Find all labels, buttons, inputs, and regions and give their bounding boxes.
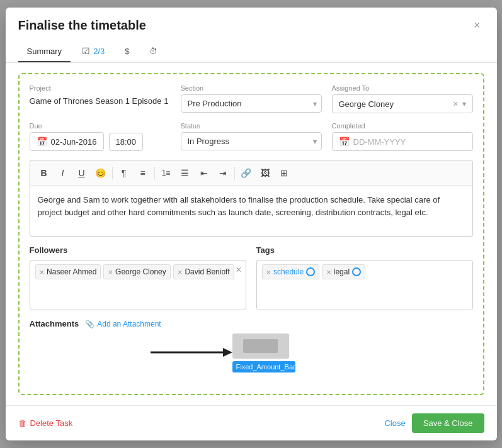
follower-remove-george[interactable]: × — [108, 267, 113, 277]
followers-field[interactable]: × Naseer Ahmed × George Cloney × × David… — [30, 260, 246, 310]
attachment-filename: Fixed_Amount_Badge.png — [232, 361, 295, 372]
attachment-thumbnail-wrapper — [232, 333, 289, 359]
completed-placeholder: DD-MM-YYYY — [353, 137, 406, 147]
toolbar-underline-btn[interactable]: U — [73, 164, 91, 182]
paperclip-icon: 📎 — [85, 320, 94, 328]
toolbar-table-btn[interactable]: ⊞ — [275, 164, 293, 182]
add-attachment-label: Add an Attachment — [97, 320, 161, 328]
form-container: Project Game of Thrones Season 1 Episode… — [18, 73, 484, 395]
editor-toolbar: B I U 😊 ¶ ≡ 1≡ ☰ ⇤ ⇥ 🔗 🖼 — [30, 160, 473, 186]
assigned-group: Assigned To George Cloney × ▾ — [332, 84, 473, 113]
project-value: Game of Thrones Season 1 Episode 1 — [30, 94, 171, 108]
toolbar-ol-btn[interactable]: 1≡ — [157, 164, 175, 182]
due-group: Due 📅 02-Jun-2016 18:00 — [30, 122, 171, 151]
tab-timer[interactable]: ⏱ — [140, 42, 166, 62]
tags-section: Tags × schedule × legal — [256, 245, 473, 310]
status-select[interactable]: In Progress — [181, 132, 322, 150]
due-time-input[interactable]: 18:00 — [109, 133, 144, 151]
arrow-annotation — [151, 346, 232, 359]
toolbar-paragraph-btn[interactable]: ¶ — [115, 164, 133, 182]
tag-name-schedule: schedule — [273, 267, 304, 276]
editor-content[interactable]: George and Sam to work together with all… — [30, 186, 473, 237]
follower-chip-naseer: × Naseer Ahmed — [35, 264, 101, 279]
svg-marker-1 — [223, 348, 232, 357]
close-btn[interactable]: Close — [384, 418, 405, 428]
modal-body: Project Game of Thrones Season 1 Episode… — [6, 63, 497, 405]
form-row-1: Project Game of Thrones Season 1 Episode… — [30, 84, 473, 113]
attachment-area: Fixed_Amount_Badge.png — [30, 333, 473, 384]
save-close-btn[interactable]: Save & Close — [412, 413, 484, 433]
status-label: Status — [181, 122, 322, 130]
modal-header: Finalise the timetable × — [6, 8, 497, 41]
follower-remove-naseer[interactable]: × — [40, 267, 45, 277]
file-label-wrapper: Fixed_Amount_Badge.png — [232, 361, 295, 372]
followers-clear-all-btn[interactable]: × — [236, 264, 241, 276]
follower-name-george: George Cloney — [115, 267, 166, 276]
tab-budget[interactable]: $ — [116, 42, 138, 62]
follower-remove-david[interactable]: × — [178, 267, 183, 277]
tag-circle-legal-icon — [352, 267, 361, 276]
modal: Finalise the timetable × Summary ☑ 2/3 $… — [6, 8, 497, 440]
delete-task-btn[interactable]: 🗑 Delete Task — [18, 418, 73, 428]
due-label: Due — [30, 122, 171, 130]
tag-circle-schedule-icon — [306, 267, 315, 276]
due-time-value: 18:00 — [116, 137, 137, 147]
attachment-thumbnail-inner — [243, 339, 278, 353]
follower-chip-george: × George Cloney — [103, 264, 170, 279]
followers-title: Followers — [30, 245, 246, 255]
due-date-value: 02-Jun-2016 — [51, 137, 97, 147]
assigned-label: Assigned To — [332, 84, 473, 92]
assigned-field[interactable]: George Cloney × ▾ — [332, 94, 473, 113]
assigned-value: George Cloney — [339, 99, 394, 109]
completed-date-input[interactable]: 📅 DD-MM-YYYY — [332, 132, 473, 151]
calendar-icon: 📅 — [37, 137, 47, 147]
attachments-row: Attachments 📎 Add an Attachment — [30, 319, 473, 328]
project-group: Project Game of Thrones Season 1 Episode… — [30, 84, 171, 113]
editor-container: B I U 😊 ¶ ≡ 1≡ ☰ ⇤ ⇥ 🔗 🖼 — [30, 160, 473, 237]
completed-group: Completed 📅 DD-MM-YYYY — [332, 122, 473, 151]
toolbar-ul-btn[interactable]: ☰ — [176, 164, 194, 182]
tag-chip-legal: × legal — [322, 264, 365, 279]
follower-name-naseer: Naseer Ahmed — [47, 267, 96, 276]
status-group: Status In Progress — [181, 122, 322, 151]
footer-right: Close Save & Close — [384, 413, 484, 433]
toolbar-italic-btn[interactable]: I — [54, 164, 72, 182]
follower-chip-david: × David Benioff — [173, 264, 234, 279]
toolbar-image-btn[interactable]: 🖼 — [256, 164, 274, 182]
tabs-bar: Summary ☑ 2/3 $ ⏱ — [6, 41, 497, 63]
arrow-svg — [151, 346, 232, 359]
toolbar-emoji-btn[interactable]: 😊 — [92, 164, 110, 182]
section-select[interactable]: Pre Production — [181, 94, 322, 113]
modal-title: Finalise the timetable — [18, 18, 146, 33]
project-label: Project — [30, 84, 171, 92]
assigned-dropdown-icon[interactable]: ▾ — [462, 99, 466, 108]
toolbar-indent-increase-btn[interactable]: ⇥ — [214, 164, 232, 182]
tags-field[interactable]: × schedule × legal — [256, 260, 473, 310]
delete-label: Delete Task — [30, 418, 73, 428]
toolbar-link-btn[interactable]: 🔗 — [237, 164, 255, 182]
close-icon-btn[interactable]: × — [470, 18, 484, 33]
form-row-2: Due 📅 02-Jun-2016 18:00 Status — [30, 122, 473, 151]
tag-name-legal: legal — [334, 267, 350, 276]
trash-icon: 🗑 — [18, 418, 26, 428]
assigned-clear-btn[interactable]: × — [453, 99, 458, 109]
checklist-icon: ☑ — [82, 46, 90, 56]
tags-title: Tags — [256, 245, 473, 255]
toolbar-indent-decrease-btn[interactable]: ⇤ — [195, 164, 213, 182]
tab-checklist-badge: 2/3 — [93, 47, 105, 56]
toolbar-divider-1 — [112, 167, 113, 179]
tab-summary[interactable]: Summary — [18, 42, 71, 62]
tag-remove-legal[interactable]: × — [326, 267, 331, 277]
due-date-input[interactable]: 📅 02-Jun-2016 — [30, 132, 104, 151]
followers-tags-row: Followers × Naseer Ahmed × George Cloney… — [30, 245, 473, 310]
toolbar-bold-btn[interactable]: B — [35, 164, 53, 182]
toolbar-align-btn[interactable]: ≡ — [134, 164, 152, 182]
section-select-wrapper: Pre Production — [181, 94, 322, 113]
follower-name-david: David Benioff — [185, 267, 229, 276]
tag-chip-schedule: × schedule — [262, 264, 320, 279]
tag-remove-schedule[interactable]: × — [266, 267, 271, 277]
tab-budget-label: $ — [125, 47, 129, 56]
completed-calendar-icon: 📅 — [339, 137, 350, 147]
tab-checklist[interactable]: ☑ 2/3 — [73, 41, 113, 62]
add-attachment-link[interactable]: 📎 Add an Attachment — [85, 320, 161, 328]
